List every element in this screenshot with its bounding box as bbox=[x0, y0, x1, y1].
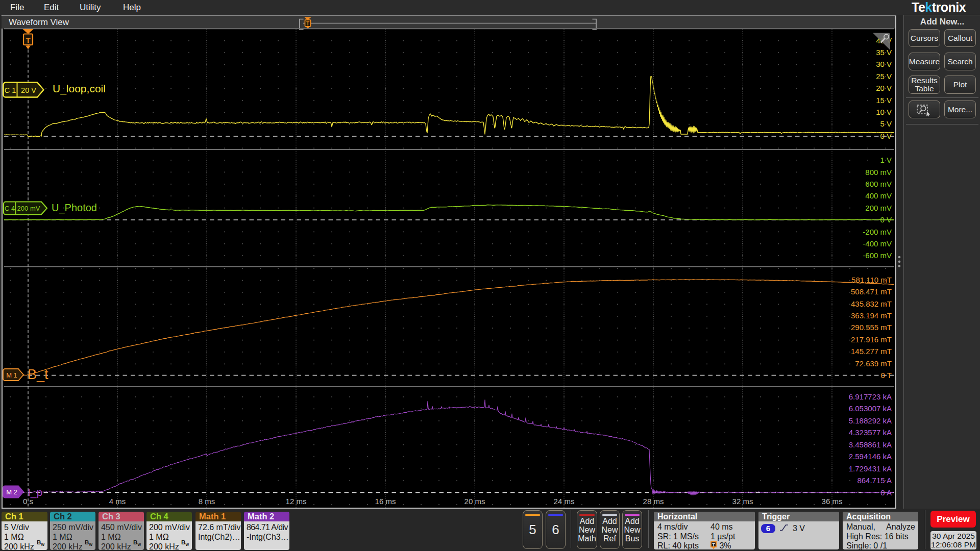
svg-text:T: T bbox=[712, 542, 715, 547]
